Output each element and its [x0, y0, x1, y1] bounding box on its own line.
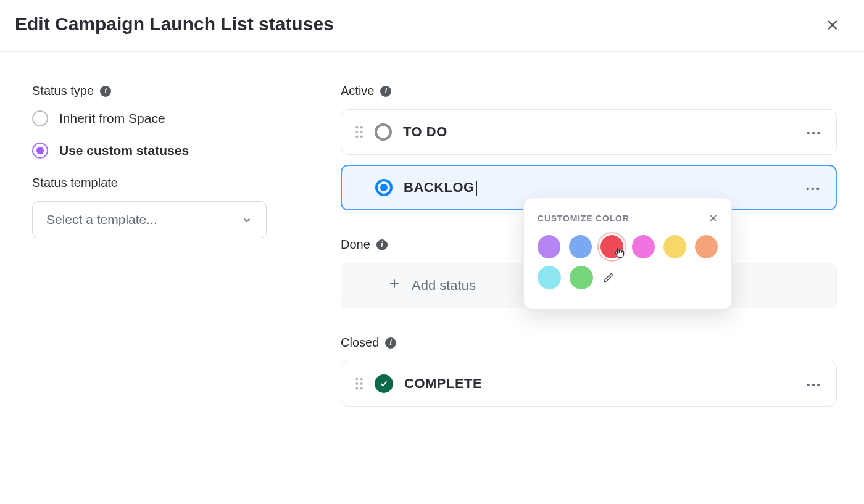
svg-point-3 — [360, 131, 363, 133]
color-swatch[interactable] — [538, 266, 561, 289]
close-icon[interactable]: ✕ — [826, 17, 839, 33]
group-done-text: Done — [341, 238, 370, 252]
radio-custom-label: Use custom statuses — [59, 143, 189, 158]
radio-inherit-label: Inherit from Space — [59, 111, 165, 126]
color-popover: CUSTOMIZE COLOR ✕ — [523, 197, 732, 310]
info-icon[interactable]: i — [100, 86, 111, 97]
status-card-todo[interactable]: TO DO — [341, 109, 837, 155]
radio-dot-icon — [36, 147, 44, 154]
color-swatch[interactable] — [632, 235, 655, 258]
svg-point-7 — [812, 132, 815, 134]
color-swatch[interactable] — [538, 235, 560, 258]
group-heading-active: Active i — [341, 84, 837, 98]
svg-point-22 — [817, 384, 820, 386]
status-card-complete[interactable]: COMPLETE — [341, 361, 837, 407]
add-status-label: Add status — [412, 278, 476, 294]
info-icon[interactable]: i — [385, 337, 396, 349]
more-options-icon[interactable] — [803, 374, 824, 393]
group-active-text: Active — [341, 84, 374, 98]
modal-body: Status type i Inherit from Space Use cus… — [0, 52, 864, 497]
svg-point-2 — [355, 131, 358, 133]
svg-point-1 — [360, 126, 363, 129]
plus-icon — [388, 278, 401, 294]
template-select[interactable]: Select a template... — [32, 201, 267, 238]
status-name: COMPLETE — [404, 376, 482, 392]
svg-point-8 — [817, 132, 820, 134]
svg-point-10 — [812, 188, 814, 190]
group-heading-closed: Closed i — [341, 336, 837, 350]
svg-point-11 — [816, 188, 819, 190]
svg-point-18 — [355, 387, 358, 390]
svg-point-15 — [360, 378, 363, 381]
swatch-row-1 — [538, 235, 718, 258]
svg-point-4 — [355, 136, 358, 138]
close-icon[interactable]: ✕ — [708, 212, 718, 225]
svg-point-17 — [360, 382, 363, 385]
svg-point-5 — [360, 136, 363, 138]
radio-inherit-from-space[interactable]: Inherit from Space — [32, 110, 272, 126]
right-panel: Active i TO DO BACKLOG Done — [302, 52, 864, 497]
eyedropper-icon[interactable] — [602, 271, 615, 284]
status-name-input[interactable]: BACKLOG — [404, 180, 477, 196]
svg-point-14 — [355, 378, 358, 381]
left-panel: Status type i Inherit from Space Use cus… — [0, 52, 302, 497]
svg-point-9 — [807, 188, 809, 190]
group-closed-text: Closed — [341, 336, 379, 350]
status-type-text: Status type — [32, 84, 94, 98]
template-placeholder: Select a template... — [46, 212, 157, 227]
swatch-row-2 — [538, 266, 718, 289]
svg-point-19 — [360, 387, 363, 390]
popover-title: CUSTOMIZE COLOR — [538, 213, 629, 223]
status-check-icon[interactable] — [375, 374, 393, 393]
color-swatch[interactable] — [569, 235, 592, 258]
popover-header: CUSTOMIZE COLOR ✕ — [538, 212, 718, 225]
svg-point-21 — [812, 384, 815, 386]
radio-circle-icon — [32, 110, 48, 126]
info-icon[interactable]: i — [376, 239, 388, 250]
drag-handle-icon[interactable] — [352, 126, 366, 138]
radio-circle-icon — [32, 143, 48, 159]
modal-header: Edit Campaign Launch List statuses ✕ — [0, 0, 864, 52]
color-swatch[interactable] — [695, 235, 718, 258]
svg-point-20 — [807, 384, 810, 386]
radio-use-custom-statuses[interactable]: Use custom statuses — [32, 143, 272, 159]
svg-point-16 — [355, 382, 358, 385]
status-type-label: Status type i — [32, 84, 272, 98]
color-swatch[interactable] — [663, 235, 686, 258]
info-icon[interactable]: i — [380, 86, 391, 97]
modal-title: Edit Campaign Launch List statuses — [15, 14, 334, 36]
status-template-label: Status template — [32, 176, 272, 190]
more-options-icon[interactable] — [802, 178, 823, 197]
drag-handle-icon[interactable] — [352, 378, 366, 390]
color-swatch[interactable] — [570, 266, 593, 289]
more-options-icon[interactable] — [803, 123, 824, 141]
svg-point-6 — [807, 132, 810, 134]
status-color-ring[interactable] — [375, 179, 393, 196]
cursor-hand-icon — [613, 246, 626, 262]
status-color-ring[interactable] — [375, 123, 392, 141]
chevron-down-icon — [241, 214, 252, 225]
color-swatch[interactable] — [600, 235, 623, 258]
status-name: TO DO — [403, 124, 447, 140]
svg-point-0 — [355, 126, 358, 129]
